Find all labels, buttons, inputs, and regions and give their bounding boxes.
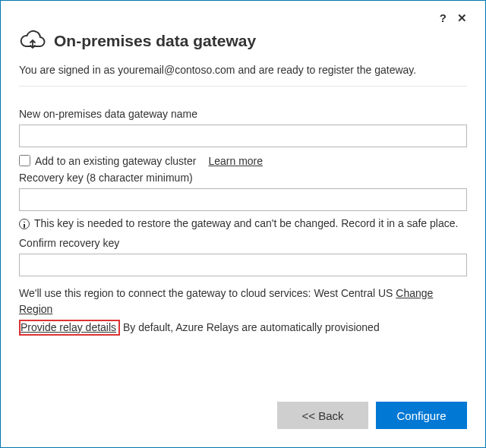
region-info: We'll use this region to connect the gat… bbox=[19, 286, 467, 318]
cluster-checkbox[interactable] bbox=[19, 155, 30, 166]
confirm-key-label: Confirm recovery key bbox=[19, 237, 467, 249]
close-icon[interactable]: ✕ bbox=[457, 11, 467, 25]
relay-info: Provide relay details By default, Azure … bbox=[19, 321, 467, 333]
region-current: West Central US bbox=[314, 287, 393, 299]
recovery-key-info-text: This key is needed to restore the gatewa… bbox=[34, 217, 458, 229]
gateway-name-label: New on-premises data gateway name bbox=[19, 108, 467, 120]
help-icon[interactable]: ? bbox=[440, 11, 447, 25]
confirm-key-input[interactable] bbox=[19, 254, 467, 276]
cluster-checkbox-row[interactable]: Add to an existing gateway cluster Learn… bbox=[19, 155, 467, 167]
titlebar: ? ✕ bbox=[19, 11, 467, 25]
info-icon bbox=[19, 219, 30, 229]
form-body: New on-premises data gateway name Add to… bbox=[19, 108, 467, 333]
relay-suffix: By default, Azure Relays are automatical… bbox=[120, 321, 380, 333]
relay-highlight-box: Provide relay details bbox=[19, 320, 120, 336]
signin-status: You are signed in as youremail@contoso.c… bbox=[19, 63, 467, 87]
back-button[interactable]: << Back bbox=[277, 402, 368, 429]
recovery-key-info: This key is needed to restore the gatewa… bbox=[19, 217, 467, 229]
provide-relay-details-link[interactable]: Provide relay details bbox=[21, 321, 116, 333]
gateway-window: ? ✕ On-premises data gateway You are sig… bbox=[0, 0, 486, 448]
configure-button[interactable]: Configure bbox=[376, 402, 467, 429]
page-title: On-premises data gateway bbox=[54, 32, 256, 50]
recovery-key-label: Recovery key (8 character minimum) bbox=[19, 172, 467, 184]
region-prefix: We'll use this region to connect the gat… bbox=[19, 287, 314, 299]
recovery-key-input[interactable] bbox=[19, 188, 467, 211]
header: On-premises data gateway bbox=[19, 28, 467, 54]
cloud-gateway-icon bbox=[19, 28, 46, 54]
gateway-name-input[interactable] bbox=[19, 125, 467, 147]
footer-buttons: << Back Configure bbox=[19, 402, 467, 429]
cluster-checkbox-label: Add to an existing gateway cluster bbox=[35, 155, 196, 167]
cluster-learn-more-link[interactable]: Learn more bbox=[208, 155, 263, 167]
